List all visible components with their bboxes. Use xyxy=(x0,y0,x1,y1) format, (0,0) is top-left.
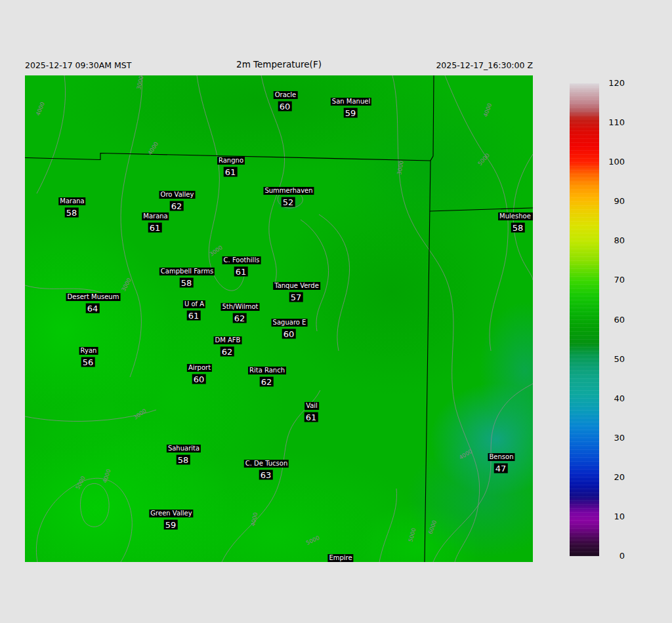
station-temp: 58 xyxy=(180,278,194,288)
contour-elevation-label: 5000 xyxy=(305,534,321,546)
station-name: Rita Ranch xyxy=(248,367,286,374)
station-name: Benson xyxy=(488,453,514,461)
contour-elevation-label: 4000 xyxy=(146,140,159,156)
station-temp: 62 xyxy=(170,201,184,211)
temperature-map: 4000300040003000300030004000500040005000… xyxy=(25,75,533,562)
colorbar-tick-label: 50 xyxy=(591,354,625,364)
station-name: Oracle xyxy=(274,91,298,99)
station-name: U of A xyxy=(183,300,205,308)
station-name: Marana xyxy=(58,197,85,205)
weather-map-page: 2025-12-17 09:30AM MST 2m Temperature(F)… xyxy=(0,0,672,623)
colorbar-tick-label: 120 xyxy=(591,78,625,88)
colorbar-tick-label: 40 xyxy=(591,393,625,403)
station-temp: 62 xyxy=(233,313,247,323)
county-border xyxy=(430,208,533,211)
station-temp: 59 xyxy=(164,520,178,530)
station-name: Vail xyxy=(304,402,319,410)
station-name: Saguaro E xyxy=(272,319,308,327)
contour-elevation-label: 3000 xyxy=(120,277,133,292)
colorbar-tick-label: 0 xyxy=(591,551,625,561)
colorbar-tick-label: 10 xyxy=(591,512,625,521)
elevation-contour xyxy=(301,220,329,331)
elevation-contour xyxy=(81,483,110,527)
station-name: Campbell Farms xyxy=(159,268,215,275)
station-name: Rangno xyxy=(217,157,245,165)
station-name: C. De Tucson xyxy=(244,460,289,468)
colorbar-tick-label: 90 xyxy=(591,196,625,206)
station-name: Summerhaven xyxy=(263,187,314,195)
page-title: 2m Temperature(F) xyxy=(236,59,322,70)
elevation-contour xyxy=(379,489,396,562)
colorbar-tick-label: 60 xyxy=(591,315,625,325)
station-name: Empire xyxy=(327,554,353,562)
station-temp: 60 xyxy=(192,374,206,384)
station-name: San Manuel xyxy=(331,98,371,106)
station-name: C. Foothills xyxy=(222,256,261,264)
station-temp: 61 xyxy=(224,167,238,177)
colorbar-tick-label: 80 xyxy=(591,235,625,245)
county-border xyxy=(425,75,434,562)
contour-elevation-label: 5000 xyxy=(476,152,491,167)
station-name: DM AFB xyxy=(214,336,242,344)
station-name: Green Valley xyxy=(149,510,193,517)
station-temp: 62 xyxy=(220,347,234,357)
station-name: Ryan xyxy=(79,347,98,355)
elevation-contour xyxy=(319,214,350,351)
colorbar-tick-label: 30 xyxy=(591,433,625,443)
station-temp: 63 xyxy=(259,470,273,480)
contour-elevation-label: 4000 xyxy=(249,512,259,527)
colorbar-tick-label: 110 xyxy=(591,117,625,127)
station-temp: 58 xyxy=(511,223,525,233)
station-temp: 58 xyxy=(65,208,79,218)
elevation-contour xyxy=(37,75,66,193)
station-temp: 58 xyxy=(177,455,190,465)
station-temp: 52 xyxy=(282,197,295,207)
station-temp: 56 xyxy=(81,357,95,367)
contour-elevation-label: 3000 xyxy=(208,244,223,258)
station-temp: 61 xyxy=(304,412,318,422)
station-name: 5th/Wilmot xyxy=(221,303,260,311)
station-temp: 59 xyxy=(344,108,358,118)
elevation-contour xyxy=(433,384,533,562)
station-name: Tanque Verde xyxy=(273,282,320,290)
timestamp-local: 2025-12-17 09:30AM MST xyxy=(25,60,131,70)
contour-elevation-label: 4000 xyxy=(35,101,46,117)
station-temp: 57 xyxy=(289,292,303,302)
station-name: Marana xyxy=(142,212,169,220)
contour-elevation-label: 3000 xyxy=(132,407,147,421)
station-temp: 60 xyxy=(282,329,296,339)
station-temp: 61 xyxy=(187,311,201,321)
colorbar-tick-label: 20 xyxy=(591,472,625,482)
station-name: Oro Valley xyxy=(159,191,196,199)
station-name: Airport xyxy=(187,364,212,372)
contour-elevation-label: 5000 xyxy=(407,527,417,542)
elevation-contour xyxy=(121,75,142,377)
colorbar-tick-label: 100 xyxy=(591,157,625,167)
station-temp: 47 xyxy=(494,464,508,473)
elevation-contour xyxy=(36,478,132,562)
contour-elevation-label: 6000 xyxy=(427,519,438,535)
timestamp-utc: 2025-12-17_16:30:00 Z xyxy=(436,60,533,70)
station-name: Desert Museum xyxy=(66,293,121,301)
contour-elevation-label: 3000 xyxy=(396,160,405,175)
contour-elevation-label: 3000 xyxy=(135,75,144,90)
station-name: Sahuarita xyxy=(167,445,201,452)
contour-elevation-label: 4000 xyxy=(482,102,493,118)
station-temp: 60 xyxy=(278,102,292,111)
station-temp: 64 xyxy=(86,304,100,313)
station-temp: 62 xyxy=(260,377,274,387)
station-temp: 61 xyxy=(234,267,248,277)
colorbar-tick-label: 70 xyxy=(591,275,625,285)
station-temp: 61 xyxy=(148,223,162,233)
elevation-contour xyxy=(392,75,480,562)
contour-elevation-label: 4000 xyxy=(458,448,474,461)
elevation-contour xyxy=(25,285,102,293)
station-name: Muleshoe R xyxy=(498,212,533,220)
